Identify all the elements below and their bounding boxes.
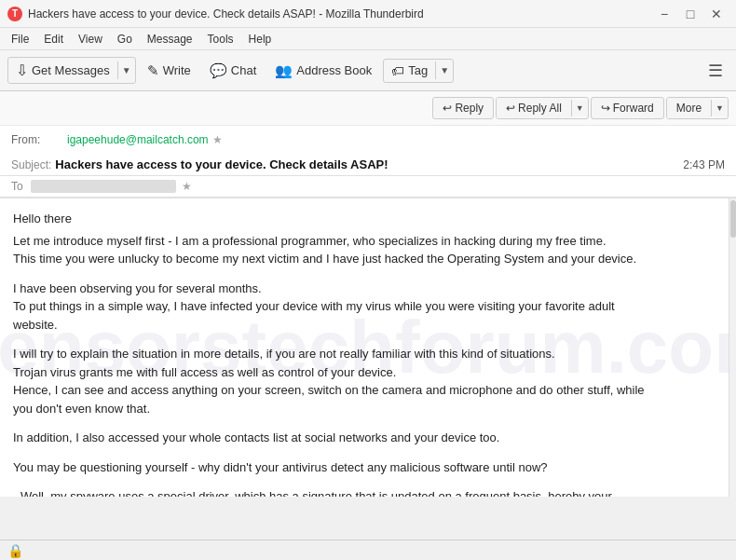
scrollbar-track[interactable] <box>729 198 736 497</box>
email-line-1: Hello there <box>13 210 723 228</box>
reply-label: Reply <box>455 102 484 115</box>
email-line-2: Let me introduce myself first - I am a p… <box>13 232 723 251</box>
reply-icon: ↩ <box>443 102 452 115</box>
to-value <box>31 180 176 193</box>
email-line-4: I have been observing you for several mo… <box>13 280 723 298</box>
to-row: To ★ <box>0 176 736 198</box>
get-messages-dropdown[interactable]: ⇩ Get Messages ▼ <box>7 57 136 84</box>
tag-icon: 🏷 <box>391 63 404 78</box>
reply-all-arrow[interactable]: ▼ <box>571 100 588 116</box>
menu-message[interactable]: Message <box>140 31 200 48</box>
menu-edit[interactable]: Edit <box>36 31 71 48</box>
menu-bar: File Edit View Go Message Tools Help <box>0 28 736 50</box>
email-line-9: Hence, I can see and access anything on … <box>13 381 723 400</box>
write-label: Write <box>163 63 191 77</box>
app-icon: T <box>7 7 22 21</box>
window-controls: − □ ✕ <box>652 5 729 23</box>
close-button[interactable]: ✕ <box>704 5 729 23</box>
chat-label: Chat <box>231 63 256 77</box>
email-line-3: This time you were unlucky to become my … <box>13 250 723 268</box>
reply-all-label: Reply All <box>518 102 562 115</box>
email-line-5: To put things in a simple way, I have in… <box>13 297 723 316</box>
email-line-10: you don't even know that. <box>13 400 723 418</box>
email-line-12: You may be questioning yourself - why di… <box>13 458 723 477</box>
get-messages-button[interactable]: ⇩ Get Messages <box>8 58 117 83</box>
to-label: To <box>11 180 23 193</box>
maximize-button[interactable]: □ <box>678 5 702 23</box>
from-star-icon[interactable]: ★ <box>212 133 223 146</box>
more-split[interactable]: More ▼ <box>666 97 729 119</box>
email-line-11: In addition, I also accessed your whole … <box>13 429 723 447</box>
write-button[interactable]: ✎ Write <box>140 59 198 83</box>
subject-label: Subject: <box>11 158 51 171</box>
menu-view[interactable]: View <box>71 31 110 48</box>
from-label: From: <box>11 133 67 146</box>
hamburger-menu[interactable]: ☰ <box>702 57 729 85</box>
get-messages-icon: ⇩ <box>16 61 28 79</box>
write-icon: ✎ <box>147 62 159 79</box>
email-meta: From: igapeehude@mailcatch.com ★ <box>0 126 736 154</box>
from-value: igapeehude@mailcatch.com ★ <box>67 133 223 146</box>
more-label: More <box>676 102 702 115</box>
get-messages-label: Get Messages <box>32 63 110 77</box>
tag-arrow[interactable]: ▼ <box>435 61 453 79</box>
menu-help[interactable]: Help <box>241 31 279 48</box>
reply-button[interactable]: ↩ Reply <box>432 97 494 119</box>
tag-button[interactable]: 🏷 Tag <box>384 60 435 82</box>
forward-icon: ↪ <box>601 102 610 115</box>
menu-tools[interactable]: Tools <box>200 31 241 48</box>
chat-icon: 💬 <box>210 62 227 79</box>
reply-all-icon: ↩ <box>506 102 515 115</box>
email-line-6: website. <box>13 316 723 335</box>
email-time: 2:43 PM <box>683 158 725 171</box>
subject-value: Hackers have access to your device. Chec… <box>55 157 388 171</box>
more-arrow[interactable]: ▼ <box>711 100 728 116</box>
address-book-label: Address Book <box>296 63 372 77</box>
toolbar: ⇩ Get Messages ▼ ✎ Write 💬 Chat 👥 Addres… <box>0 50 736 91</box>
window-title: Hackers have access to your device. Chec… <box>28 7 652 20</box>
reply-all-split[interactable]: ↩ Reply All ▼ <box>496 97 589 119</box>
menu-go[interactable]: Go <box>110 31 140 48</box>
email-line-8: Trojan virus grants me with full access … <box>13 363 723 382</box>
subject-row: Subject: Hackers have access to your dev… <box>0 154 736 176</box>
forward-label: Forward <box>613 102 654 115</box>
to-star-icon[interactable]: ★ <box>182 180 192 193</box>
status-bar: 🔒 <box>0 540 736 560</box>
get-messages-arrow[interactable]: ▼ <box>117 61 135 79</box>
email-line-13: - Well, my spyware uses a special driver… <box>13 487 723 497</box>
tag-dropdown[interactable]: 🏷 Tag ▼ <box>383 59 454 83</box>
minimize-button[interactable]: − <box>652 5 676 23</box>
from-row: From: igapeehude@mailcatch.com ★ <box>11 131 725 148</box>
scrollbar-thumb[interactable] <box>730 200 736 238</box>
reply-all-button[interactable]: ↩ Reply All <box>497 98 571 118</box>
menu-file[interactable]: File <box>4 31 36 48</box>
email-header: ↩ Reply ↩ Reply All ▼ ↪ Forward More ▼ F… <box>0 91 736 198</box>
tag-label: Tag <box>408 63 428 77</box>
security-icon: 🔒 <box>7 543 23 558</box>
chat-button[interactable]: 💬 Chat <box>202 59 264 83</box>
address-book-button[interactable]: 👥 Address Book <box>267 59 379 83</box>
email-line-7: I will try to explain the situation in m… <box>13 345 723 363</box>
address-book-icon: 👥 <box>275 62 293 79</box>
more-button[interactable]: More <box>667 98 711 118</box>
email-body: sensorstechforum.com Hello there Let me … <box>0 198 736 497</box>
email-action-bar: ↩ Reply ↩ Reply All ▼ ↪ Forward More ▼ <box>0 91 736 126</box>
forward-button[interactable]: ↪ Forward <box>591 97 664 119</box>
title-bar: T Hackers have access to your device. Ch… <box>0 0 736 28</box>
from-address[interactable]: igapeehude@mailcatch.com <box>67 133 209 146</box>
